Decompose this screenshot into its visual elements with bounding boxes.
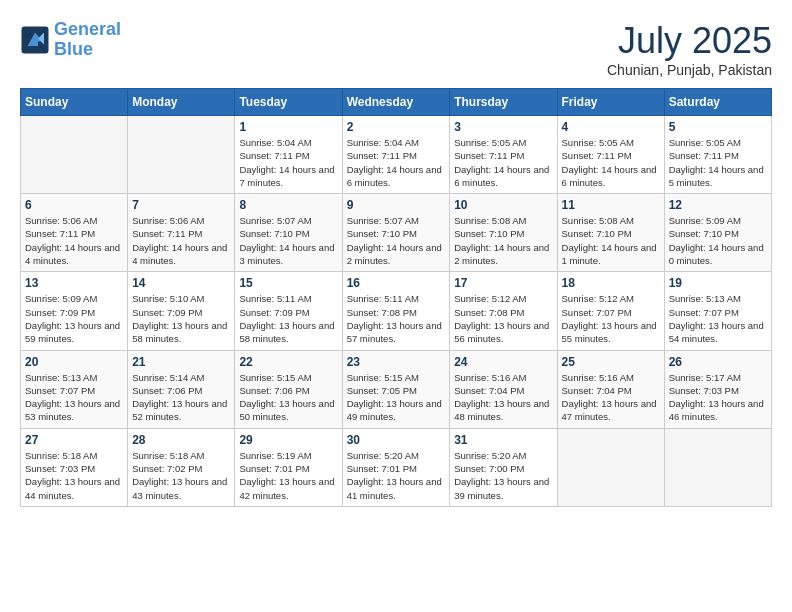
day-info: Sunrise: 5:20 AM Sunset: 7:00 PM Dayligh… — [454, 449, 552, 502]
day-number: 2 — [347, 120, 446, 134]
calendar-cell: 6Sunrise: 5:06 AM Sunset: 7:11 PM Daylig… — [21, 194, 128, 272]
day-info: Sunrise: 5:16 AM Sunset: 7:04 PM Dayligh… — [454, 371, 552, 424]
day-info: Sunrise: 5:05 AM Sunset: 7:11 PM Dayligh… — [454, 136, 552, 189]
calendar-cell: 22Sunrise: 5:15 AM Sunset: 7:06 PM Dayli… — [235, 350, 342, 428]
calendar-table: SundayMondayTuesdayWednesdayThursdayFrid… — [20, 88, 772, 507]
day-info: Sunrise: 5:13 AM Sunset: 7:07 PM Dayligh… — [669, 292, 767, 345]
calendar-week-2: 6Sunrise: 5:06 AM Sunset: 7:11 PM Daylig… — [21, 194, 772, 272]
calendar-cell: 3Sunrise: 5:05 AM Sunset: 7:11 PM Daylig… — [450, 116, 557, 194]
calendar-cell: 19Sunrise: 5:13 AM Sunset: 7:07 PM Dayli… — [664, 272, 771, 350]
calendar-cell: 30Sunrise: 5:20 AM Sunset: 7:01 PM Dayli… — [342, 428, 450, 506]
day-number: 12 — [669, 198, 767, 212]
day-info: Sunrise: 5:11 AM Sunset: 7:08 PM Dayligh… — [347, 292, 446, 345]
weekday-header-monday: Monday — [128, 89, 235, 116]
day-info: Sunrise: 5:12 AM Sunset: 7:07 PM Dayligh… — [562, 292, 660, 345]
day-number: 28 — [132, 433, 230, 447]
calendar-cell: 28Sunrise: 5:18 AM Sunset: 7:02 PM Dayli… — [128, 428, 235, 506]
day-info: Sunrise: 5:18 AM Sunset: 7:03 PM Dayligh… — [25, 449, 123, 502]
calendar-cell: 17Sunrise: 5:12 AM Sunset: 7:08 PM Dayli… — [450, 272, 557, 350]
day-number: 25 — [562, 355, 660, 369]
day-number: 14 — [132, 276, 230, 290]
location: Chunian, Punjab, Pakistan — [607, 62, 772, 78]
calendar-cell: 20Sunrise: 5:13 AM Sunset: 7:07 PM Dayli… — [21, 350, 128, 428]
calendar-cell: 15Sunrise: 5:11 AM Sunset: 7:09 PM Dayli… — [235, 272, 342, 350]
weekday-header-friday: Friday — [557, 89, 664, 116]
day-number: 7 — [132, 198, 230, 212]
day-info: Sunrise: 5:09 AM Sunset: 7:09 PM Dayligh… — [25, 292, 123, 345]
day-info: Sunrise: 5:10 AM Sunset: 7:09 PM Dayligh… — [132, 292, 230, 345]
day-number: 1 — [239, 120, 337, 134]
calendar-week-5: 27Sunrise: 5:18 AM Sunset: 7:03 PM Dayli… — [21, 428, 772, 506]
calendar-cell: 2Sunrise: 5:04 AM Sunset: 7:11 PM Daylig… — [342, 116, 450, 194]
weekday-header-sunday: Sunday — [21, 89, 128, 116]
weekday-header-saturday: Saturday — [664, 89, 771, 116]
calendar-cell: 14Sunrise: 5:10 AM Sunset: 7:09 PM Dayli… — [128, 272, 235, 350]
day-info: Sunrise: 5:06 AM Sunset: 7:11 PM Dayligh… — [132, 214, 230, 267]
day-info: Sunrise: 5:05 AM Sunset: 7:11 PM Dayligh… — [562, 136, 660, 189]
calendar-cell: 27Sunrise: 5:18 AM Sunset: 7:03 PM Dayli… — [21, 428, 128, 506]
day-number: 18 — [562, 276, 660, 290]
day-number: 26 — [669, 355, 767, 369]
calendar-cell: 31Sunrise: 5:20 AM Sunset: 7:00 PM Dayli… — [450, 428, 557, 506]
day-info: Sunrise: 5:15 AM Sunset: 7:05 PM Dayligh… — [347, 371, 446, 424]
logo-text: General Blue — [54, 20, 121, 60]
calendar-cell: 18Sunrise: 5:12 AM Sunset: 7:07 PM Dayli… — [557, 272, 664, 350]
day-number: 4 — [562, 120, 660, 134]
calendar-cell: 25Sunrise: 5:16 AM Sunset: 7:04 PM Dayli… — [557, 350, 664, 428]
calendar-cell: 10Sunrise: 5:08 AM Sunset: 7:10 PM Dayli… — [450, 194, 557, 272]
weekday-header-tuesday: Tuesday — [235, 89, 342, 116]
day-info: Sunrise: 5:07 AM Sunset: 7:10 PM Dayligh… — [239, 214, 337, 267]
day-number: 11 — [562, 198, 660, 212]
calendar-week-4: 20Sunrise: 5:13 AM Sunset: 7:07 PM Dayli… — [21, 350, 772, 428]
calendar-cell: 4Sunrise: 5:05 AM Sunset: 7:11 PM Daylig… — [557, 116, 664, 194]
month-title: July 2025 — [607, 20, 772, 62]
logo-general: General — [54, 19, 121, 39]
day-number: 17 — [454, 276, 552, 290]
day-number: 10 — [454, 198, 552, 212]
calendar-cell — [557, 428, 664, 506]
calendar-cell: 26Sunrise: 5:17 AM Sunset: 7:03 PM Dayli… — [664, 350, 771, 428]
day-info: Sunrise: 5:11 AM Sunset: 7:09 PM Dayligh… — [239, 292, 337, 345]
calendar-cell — [664, 428, 771, 506]
day-info: Sunrise: 5:15 AM Sunset: 7:06 PM Dayligh… — [239, 371, 337, 424]
day-info: Sunrise: 5:05 AM Sunset: 7:11 PM Dayligh… — [669, 136, 767, 189]
day-info: Sunrise: 5:20 AM Sunset: 7:01 PM Dayligh… — [347, 449, 446, 502]
calendar-cell: 9Sunrise: 5:07 AM Sunset: 7:10 PM Daylig… — [342, 194, 450, 272]
day-info: Sunrise: 5:17 AM Sunset: 7:03 PM Dayligh… — [669, 371, 767, 424]
calendar-cell: 12Sunrise: 5:09 AM Sunset: 7:10 PM Dayli… — [664, 194, 771, 272]
day-number: 5 — [669, 120, 767, 134]
calendar-header-row: SundayMondayTuesdayWednesdayThursdayFrid… — [21, 89, 772, 116]
day-number: 3 — [454, 120, 552, 134]
page-header: General Blue July 2025 Chunian, Punjab, … — [20, 20, 772, 78]
calendar-cell: 16Sunrise: 5:11 AM Sunset: 7:08 PM Dayli… — [342, 272, 450, 350]
day-info: Sunrise: 5:14 AM Sunset: 7:06 PM Dayligh… — [132, 371, 230, 424]
day-info: Sunrise: 5:18 AM Sunset: 7:02 PM Dayligh… — [132, 449, 230, 502]
day-number: 31 — [454, 433, 552, 447]
day-info: Sunrise: 5:06 AM Sunset: 7:11 PM Dayligh… — [25, 214, 123, 267]
calendar-week-1: 1Sunrise: 5:04 AM Sunset: 7:11 PM Daylig… — [21, 116, 772, 194]
day-number: 27 — [25, 433, 123, 447]
day-number: 24 — [454, 355, 552, 369]
day-number: 19 — [669, 276, 767, 290]
day-number: 20 — [25, 355, 123, 369]
day-number: 8 — [239, 198, 337, 212]
day-number: 9 — [347, 198, 446, 212]
day-info: Sunrise: 5:08 AM Sunset: 7:10 PM Dayligh… — [562, 214, 660, 267]
calendar-cell: 1Sunrise: 5:04 AM Sunset: 7:11 PM Daylig… — [235, 116, 342, 194]
day-info: Sunrise: 5:13 AM Sunset: 7:07 PM Dayligh… — [25, 371, 123, 424]
title-block: July 2025 Chunian, Punjab, Pakistan — [607, 20, 772, 78]
weekday-header-thursday: Thursday — [450, 89, 557, 116]
calendar-cell — [21, 116, 128, 194]
calendar-cell: 21Sunrise: 5:14 AM Sunset: 7:06 PM Dayli… — [128, 350, 235, 428]
calendar-cell: 23Sunrise: 5:15 AM Sunset: 7:05 PM Dayli… — [342, 350, 450, 428]
day-number: 30 — [347, 433, 446, 447]
day-info: Sunrise: 5:04 AM Sunset: 7:11 PM Dayligh… — [239, 136, 337, 189]
day-number: 21 — [132, 355, 230, 369]
logo-icon — [20, 25, 50, 55]
day-number: 15 — [239, 276, 337, 290]
day-number: 22 — [239, 355, 337, 369]
day-number: 29 — [239, 433, 337, 447]
calendar-cell: 11Sunrise: 5:08 AM Sunset: 7:10 PM Dayli… — [557, 194, 664, 272]
logo-blue: Blue — [54, 39, 93, 59]
day-number: 13 — [25, 276, 123, 290]
